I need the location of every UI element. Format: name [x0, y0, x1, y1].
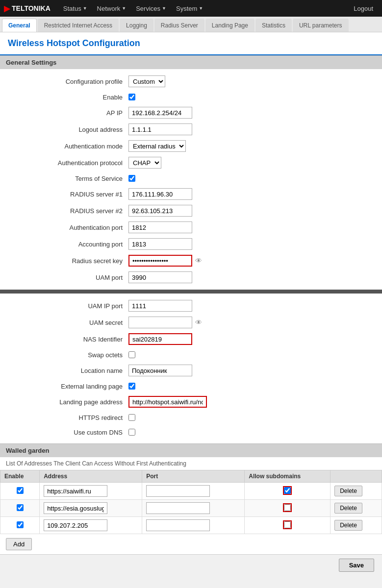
- location-name-control: [128, 365, 192, 376]
- auth-protocol-select[interactable]: CHAP: [128, 157, 161, 169]
- network-arrow-icon: ▼: [122, 6, 126, 11]
- row1-allow-subdomains-checkbox[interactable]: [284, 487, 291, 494]
- col-actions: [331, 470, 382, 483]
- external-landing-page-label: External landing page: [6, 383, 128, 390]
- nas-identifier-input[interactable]: [128, 333, 192, 345]
- row2-enable-checkbox[interactable]: [17, 504, 24, 511]
- save-button[interactable]: Save: [339, 559, 374, 572]
- config-profile-select[interactable]: Custom: [128, 75, 165, 87]
- general-settings-form-continued: UAM IP port UAM secret 👁 NAS Identifier …: [0, 294, 382, 443]
- row2-port-input[interactable]: [146, 502, 210, 514]
- use-custom-dns-row: Use custom DNS: [0, 425, 382, 440]
- uam-secret-control: 👁: [128, 317, 202, 328]
- logout-button[interactable]: Logout: [349, 5, 378, 12]
- row2-address-input[interactable]: [44, 502, 107, 514]
- radius-secret-key-input[interactable]: [128, 255, 192, 267]
- landing-page-address-input[interactable]: [128, 396, 207, 408]
- uam-port-label: UAM port: [6, 274, 128, 281]
- radius-server2-control: [128, 205, 192, 217]
- use-custom-dns-checkbox[interactable]: [128, 429, 135, 436]
- tab-landing-page[interactable]: Landing Page: [205, 19, 255, 32]
- row3-address-input[interactable]: [44, 519, 107, 531]
- row2-delete-button[interactable]: Delete: [334, 503, 362, 514]
- nav-status[interactable]: Status ▼: [58, 0, 92, 17]
- row3-enable-cell: [0, 517, 40, 534]
- https-redirect-checkbox[interactable]: [128, 414, 135, 421]
- auth-port-input[interactable]: [128, 221, 192, 233]
- enable-checkbox[interactable]: [128, 94, 135, 100]
- walled-garden-description: List Of Addresses The Client Can Access …: [0, 457, 382, 470]
- tab-radius-server[interactable]: Radius Server: [154, 19, 204, 32]
- row3-enable-checkbox[interactable]: [17, 521, 24, 528]
- location-name-label: Location name: [6, 367, 128, 374]
- nav-services[interactable]: Services ▼: [131, 0, 171, 17]
- table-row: Delete: [0, 517, 382, 534]
- external-landing-page-checkbox[interactable]: [128, 383, 135, 390]
- row2-allow-subdomains-checkbox[interactable]: [284, 504, 291, 511]
- logo: ▶ TELTONIKA: [4, 4, 51, 13]
- row1-address-input[interactable]: [44, 485, 107, 497]
- row1-delete-button[interactable]: Delete: [334, 486, 362, 496]
- accounting-port-control: [128, 238, 192, 250]
- general-settings-header: General Settings: [0, 55, 382, 69]
- accounting-port-input[interactable]: [128, 238, 192, 250]
- general-settings-form: Configuration profile Custom Enable AP I…: [0, 69, 382, 290]
- ap-ip-input[interactable]: 192.168.2.254/24: [128, 107, 192, 119]
- table-row: Delete: [0, 483, 382, 500]
- location-name-row: Location name: [0, 362, 382, 379]
- general-settings-section: General Settings Configuration profile C…: [0, 55, 382, 290]
- show-uam-secret-icon[interactable]: 👁: [195, 318, 202, 326]
- page-title: Wireless Hotspot Configuration: [8, 38, 374, 49]
- accounting-port-row: Accounting port: [0, 236, 382, 252]
- add-button[interactable]: Add: [6, 538, 32, 550]
- uam-ip-port-row: UAM IP port: [0, 297, 382, 314]
- nas-identifier-control: [128, 333, 192, 345]
- row3-delete-button[interactable]: Delete: [334, 520, 362, 531]
- uam-port-input[interactable]: [128, 271, 192, 283]
- swap-octets-checkbox[interactable]: [128, 351, 135, 358]
- row3-actions-cell: Delete: [331, 517, 382, 534]
- ap-ip-control: 192.168.2.254/24: [128, 107, 192, 119]
- show-password-icon[interactable]: 👁: [195, 257, 202, 265]
- radius-server1-row: RADIUS server #1: [0, 186, 382, 202]
- row1-allow-subdomains-cell: [245, 483, 331, 500]
- auth-mode-control: External radius: [128, 140, 186, 152]
- tab-logging[interactable]: Logging: [120, 19, 153, 32]
- nav-network[interactable]: Network ▼: [92, 0, 131, 17]
- col-port: Port: [142, 470, 245, 483]
- tab-general[interactable]: General: [2, 19, 37, 32]
- row2-port-cell: [142, 500, 245, 517]
- terms-of-service-label: Terms of Service: [6, 175, 128, 182]
- row1-enable-checkbox[interactable]: [17, 487, 24, 494]
- logout-address-input[interactable]: [128, 123, 192, 135]
- radius-server1-input[interactable]: [128, 188, 192, 200]
- auth-protocol-row: Authentication protocol CHAP: [0, 154, 382, 171]
- auth-protocol-label: Authentication protocol: [6, 159, 128, 167]
- auth-mode-select[interactable]: External radius: [128, 140, 186, 152]
- row1-port-cell: [142, 483, 245, 500]
- walled-garden-table: Enable Address Port Allow subdomains: [0, 470, 382, 534]
- row3-allow-subdomains-checkbox[interactable]: [284, 521, 291, 528]
- ap-ip-row: AP IP 192.168.2.254/24: [0, 104, 382, 121]
- https-redirect-row: HTTPS redirect: [0, 410, 382, 425]
- enable-control: [128, 94, 135, 100]
- nav-system[interactable]: System ▼: [171, 0, 208, 17]
- tab-restricted-internet-access[interactable]: Restricted Internet Access: [38, 19, 119, 32]
- uam-secret-input[interactable]: [128, 317, 192, 328]
- tab-url-parameters[interactable]: URL parameters: [293, 19, 349, 32]
- uam-ip-port-input[interactable]: [128, 300, 192, 312]
- auth-protocol-control: CHAP: [128, 157, 161, 169]
- radius-server2-input[interactable]: [128, 205, 192, 217]
- enable-row: Enable: [0, 90, 382, 104]
- external-landing-page-row: External landing page: [0, 379, 382, 393]
- config-profile-label: Configuration profile: [6, 78, 128, 85]
- nas-identifier-label: NAS Identifier: [6, 336, 128, 343]
- row3-port-cell: [142, 517, 245, 534]
- row1-port-input[interactable]: [146, 485, 210, 497]
- location-name-input[interactable]: [128, 365, 192, 376]
- row3-port-input[interactable]: [146, 519, 210, 531]
- page-divider: [0, 290, 382, 294]
- terms-of-service-checkbox[interactable]: [128, 175, 135, 182]
- landing-page-address-control: [128, 396, 207, 408]
- tab-statistics[interactable]: Statistics: [255, 19, 292, 32]
